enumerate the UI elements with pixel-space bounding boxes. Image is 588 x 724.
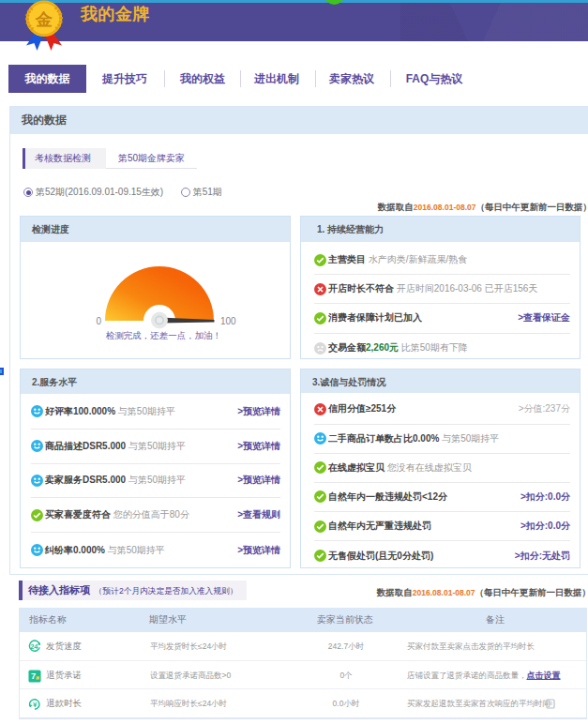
svg-text:7: 7 bbox=[31, 671, 36, 681]
svg-text:24: 24 bbox=[30, 642, 38, 651]
svg-text:金: 金 bbox=[35, 10, 53, 29]
svg-text:¥: ¥ bbox=[33, 701, 38, 709]
svg-text:100: 100 bbox=[220, 316, 236, 326]
svg-text:0: 0 bbox=[96, 316, 101, 326]
